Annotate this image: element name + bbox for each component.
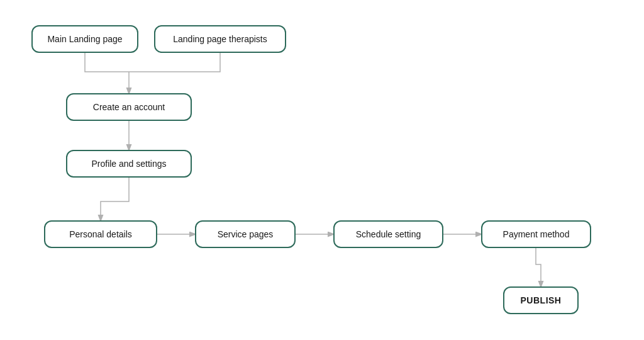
publish-label: PUBLISH (521, 295, 562, 305)
personal-details-node: Personal details (44, 220, 157, 248)
main-landing-node: Main Landing page (31, 25, 138, 53)
profile-settings-node: Profile and settings (66, 150, 192, 178)
main-landing-label: Main Landing page (47, 34, 122, 44)
landing-therapists-node: Landing page therapists (154, 25, 286, 53)
create-account-node: Create an account (66, 93, 192, 121)
schedule-setting-label: Schedule setting (356, 229, 421, 239)
publish-node: PUBLISH (503, 286, 579, 314)
profile-settings-label: Profile and settings (91, 159, 166, 169)
create-account-label: Create an account (93, 102, 165, 112)
service-pages-label: Service pages (218, 229, 274, 239)
schedule-setting-node: Schedule setting (333, 220, 443, 248)
landing-therapists-label: Landing page therapists (173, 34, 267, 44)
personal-details-label: Personal details (69, 229, 132, 239)
payment-method-node: Payment method (481, 220, 591, 248)
payment-method-label: Payment method (503, 229, 570, 239)
service-pages-node: Service pages (195, 220, 296, 248)
diagram: Main Landing page Landing page therapist… (0, 0, 644, 340)
